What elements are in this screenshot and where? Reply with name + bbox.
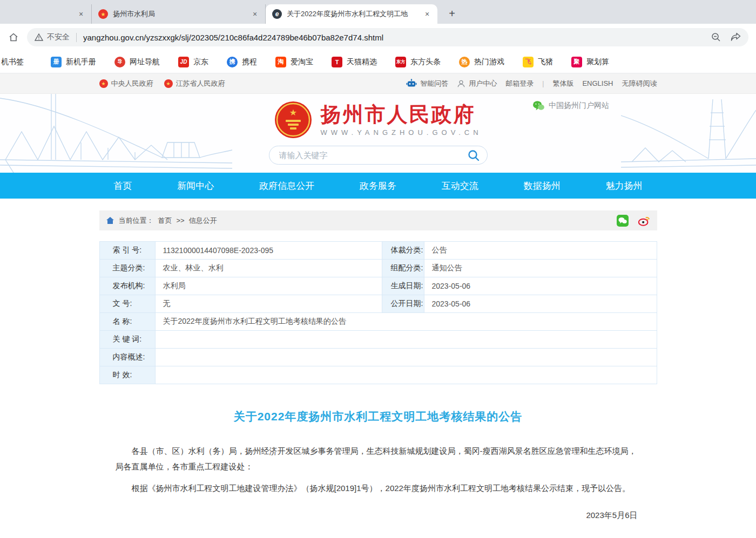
new-tab-button[interactable]: + [444, 5, 460, 22]
bookmark-url-navigation[interactable]: 导 网址导航 [114, 57, 160, 67]
user-icon [457, 79, 465, 88]
search-icon [467, 149, 480, 162]
meta-value [155, 331, 657, 349]
table-row: 索 引 号: 11321000014407098E-2023-095 体裁分类:… [99, 242, 657, 260]
table-row: 时 效: [99, 366, 657, 384]
wechat-share-icon[interactable] [616, 214, 629, 227]
meta-value [155, 349, 657, 366]
zoom-out-icon[interactable] [711, 32, 721, 43]
article-title: 关于2022年度扬州市水利工程文明工地考核结果的公告 [99, 409, 657, 424]
link-mail-login[interactable]: 邮箱登录 [505, 79, 534, 88]
banner-bridge-art-left [0, 94, 232, 173]
bookmark-tmall[interactable]: T 天猫精选 [332, 57, 377, 67]
link-accessibility[interactable]: 无障碍阅读 [622, 79, 657, 88]
meta-value: 无 [155, 295, 382, 313]
table-row: 名 称: 关于2022年度扬州市水利工程文明工地考核结果的公告 [99, 313, 657, 331]
nav-gov-info-disclosure[interactable]: 政府信息公开 [259, 180, 314, 192]
game-icon: 热 [459, 57, 470, 67]
meta-label: 生成日期: [382, 277, 424, 295]
article-date: 2023年5月6日 [119, 510, 638, 521]
tab-shuiliju[interactable]: ★ 扬州市水利局 × [92, 4, 266, 24]
table-row: 文 号: 无 公开日期: 2023-05-06 [99, 295, 657, 313]
robot-icon [406, 79, 417, 88]
browser-toolbar: 不安全 yangzhou.gov.cn/yzszxxgk/slj/202305/… [0, 24, 756, 51]
browser-logo-favicon-icon: e [272, 9, 282, 19]
share-icon[interactable] [730, 32, 741, 43]
tab-partial[interactable]: × [0, 4, 92, 24]
tab-active-announcement[interactable]: e 关于2022年度扬州市水利工程文明工地 × [266, 4, 437, 24]
address-bar[interactable]: 不安全 yangzhou.gov.cn/yzszxxgk/slj/202305/… [27, 28, 748, 46]
juhuasuan-icon: 聚 [571, 57, 582, 67]
link-user-center[interactable]: 用户中心 [457, 79, 497, 88]
link-english[interactable]: ENGLISH [582, 79, 613, 87]
site-header-banner: 中国扬州门户网站 ★ 扬州市人民政府 WWW.YANGZHOU.GOV.CN [0, 94, 756, 173]
meta-value: 公告 [424, 242, 657, 260]
nav-gov-services[interactable]: 政务服务 [360, 180, 396, 192]
meta-label: 关 键 词: [99, 331, 155, 349]
meta-label: 索 引 号: [99, 242, 155, 260]
table-row: 主题分类: 农业、林业、水利 组配分类: 通知公告 [99, 260, 657, 277]
security-label[interactable]: 不安全 [47, 32, 70, 42]
article-paragraph: 各县（市、区）水利（务）局，扬州经济开发区城乡事务管理局，生态科技新城规划建设局… [116, 444, 641, 474]
ctrip-icon: 携 [227, 57, 238, 67]
breadcrumb-home-link[interactable]: 首页 [158, 216, 172, 226]
link-traditional-chinese[interactable]: 繁体版 [552, 79, 573, 88]
tab-close-icon[interactable]: × [76, 9, 86, 19]
meta-label: 名 称: [99, 313, 155, 331]
bookmark-fliggy[interactable]: 飞 飞猪 [523, 57, 553, 67]
meta-label: 体裁分类: [382, 242, 424, 260]
bookmark-ctrip[interactable]: 携 携程 [227, 57, 257, 67]
url-text[interactable]: yangzhou.gov.cn/yzszxxgk/slj/202305/210c… [83, 33, 704, 42]
nav-charming-yangzhou[interactable]: 魅力扬州 [605, 180, 642, 192]
tab-bar: × ★ 扬州市水利局 × e 关于2022年度扬州市水利工程文明工地 × + [0, 0, 756, 24]
bookmark-jd[interactable]: JD 京东 [178, 57, 208, 67]
banner-bridge-art-right [621, 94, 756, 173]
tab-close-icon[interactable]: × [250, 9, 260, 19]
manual-icon: 册 [51, 57, 62, 67]
tab-title: 关于2022年度扬州市水利工程文明工地 [287, 9, 418, 19]
nav-home[interactable]: 首页 [114, 180, 132, 192]
portal-site-link[interactable]: 中国扬州门户网站 [532, 100, 609, 111]
search-button[interactable] [465, 147, 482, 164]
site-url-text: WWW.YANGZHOU.GOV.CN [320, 128, 482, 137]
meta-value: 2023-05-06 [424, 277, 657, 295]
site-logo[interactable]: ★ 扬州市人民政府 WWW.YANGZHOU.GOV.CN [227, 100, 529, 139]
meta-label: 公开日期: [382, 295, 424, 313]
search-input[interactable] [279, 151, 465, 160]
home-breadcrumb-icon [106, 216, 114, 224]
breadcrumb-current-link[interactable]: 信息公开 [189, 216, 217, 226]
bookmarks-bar: 机书签 册 新机手册 导 网址导航 JD 京东 携 携程 淘 爱淘宝 T 天猫精… [0, 51, 756, 73]
table-row: 内容概述: [99, 349, 657, 366]
meta-value: 通知公告 [424, 260, 657, 277]
wechat-icon [532, 100, 544, 111]
meta-value: 11321000014407098E-2023-095 [155, 242, 382, 260]
article-paragraph: 根据《扬州市水利工程文明工地建设管理办法》（扬水规[2019]1号），2022年… [116, 481, 641, 496]
meta-label: 文 号: [99, 295, 155, 313]
breadcrumb: 当前位置： 首页 >> 信息公开 [106, 216, 616, 226]
tmall-icon: T [332, 57, 342, 67]
link-central-government[interactable]: ★ 中央人民政府 [99, 79, 153, 88]
jd-icon: JD [178, 57, 189, 67]
weibo-share-icon[interactable] [638, 214, 651, 227]
breadcrumb-bar: 当前位置： 首页 >> 信息公开 [99, 210, 657, 230]
bookmark-new-phone-manual[interactable]: 册 新机手册 [51, 57, 96, 67]
meta-value: 2023-05-06 [424, 295, 657, 313]
fliggy-pig-icon: 飞 [523, 57, 534, 67]
tab-title: 扬州市水利局 [113, 9, 246, 19]
meta-label: 主题分类: [99, 260, 155, 277]
gov-emblem-favicon-icon: ★ [98, 9, 108, 19]
bookmark-hot-games[interactable]: 热 热门游戏 [459, 57, 504, 67]
nav-site-icon: 导 [114, 57, 125, 67]
nav-data-yangzhou[interactable]: 数据扬州 [524, 180, 561, 192]
bookmark-phone-bookmarks[interactable]: 机书签 [1, 57, 24, 67]
bookmark-juhuasuan[interactable]: 聚 聚划算 [571, 57, 609, 67]
bookmark-east-headlines[interactable]: 东方 东方头条 [395, 57, 441, 67]
meta-label: 发布机构: [99, 277, 155, 295]
bookmark-aitaobao[interactable]: 淘 爱淘宝 [275, 57, 313, 67]
tab-close-icon[interactable]: × [422, 9, 432, 19]
link-jiangsu-government[interactable]: ★ 江苏省人民政府 [164, 79, 225, 88]
nav-interaction[interactable]: 互动交流 [442, 180, 478, 192]
home-icon[interactable] [5, 29, 22, 45]
nav-news-center[interactable]: 新闻中心 [177, 180, 214, 192]
link-smart-qa[interactable]: 智能问答 [406, 79, 448, 88]
